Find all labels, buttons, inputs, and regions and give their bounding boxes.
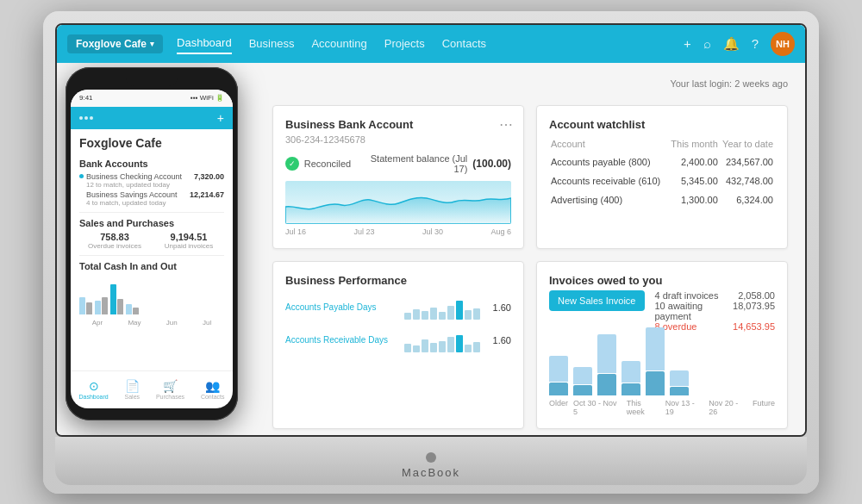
invoice-chart [549,344,775,395]
phone-nav-dashboard[interactable]: ⊙ Dashboard [78,379,108,400]
phone-screen: 9:41 ▪▪▪ WiFi 🔋 + [71,90,233,408]
phone-chart-labels: Apr May Jun Jul [79,319,224,327]
phone-account-name-1: Business Savings Account 4 to match, upd… [79,190,178,207]
phone-time: 9:41 [79,94,93,102]
chart-bar-oct [573,367,592,395]
watchlist-title: Account watchlist [549,118,775,131]
chart-bar-future [670,370,689,395]
phone-bar-group-may [95,297,108,314]
phone-sales-title: Sales and Purchases [79,218,224,228]
phone-signal: ▪▪▪ WiFi 🔋 [191,94,224,102]
watchlist-row: Advertising (400)1,300.006,324.00 [551,191,773,208]
main-content: Foxglove Cafe Your last login: 2 weeks a… [57,63,805,435]
phone-nav: + [71,107,233,129]
reconciled-icon: ✓ [285,157,299,171]
contacts-icon: 👥 [205,379,220,393]
invoice-stat-row-1: 10 awaiting payment 18,073.95 [655,301,776,321]
perf-bar [413,309,420,320]
phone-org-name: Foxglove Cafe [79,136,224,150]
perf-row-0: Accounts Payable Days [285,296,511,320]
phone-bar [126,304,132,314]
phone-sales-grid: 758.83 Overdue invoices 9,194.51 Unpaid … [79,232,224,250]
last-login: Your last login: 2 weeks ago [670,78,788,89]
phone-nav-purchases[interactable]: 🛒 Purchases [156,379,184,400]
perf-bar-highlight [456,301,463,320]
perf-bar [473,308,480,320]
phone-bar [86,302,92,314]
phone-divider-2 [79,255,224,256]
bell-icon[interactable]: 🔔 [723,36,740,52]
perf-bar-highlight [456,335,463,352]
chevron-down-icon: ▾ [150,40,154,48]
phone-nav-contacts[interactable]: 👥 Contacts [201,379,225,400]
phone-nav-dots [79,116,93,120]
phone-bar-group-apr [79,297,92,314]
invoices-card: Invoices owed to you New Sales Invoice 4… [536,261,788,429]
perf-bars-1 [404,328,480,352]
perf-label-1: Accounts Receivable Days [285,335,397,345]
watchlist-col-month: This month [668,136,717,152]
perf-bar [422,311,428,320]
phone-shell: 9:41 ▪▪▪ WiFi 🔋 + [66,67,238,420]
nav-accounting[interactable]: Accounting [311,34,366,53]
phone-bar [133,308,139,314]
bank-card-menu-icon[interactable]: ⋯ [499,116,513,133]
perf-bar [439,341,446,352]
phone-nav-dot [79,116,83,120]
phone-account-name-0: Business Checking Account 12 to match, u… [79,172,182,189]
phone-bottom-nav: ⊙ Dashboard 📄 Sales 🛒 Purchases [71,370,233,408]
perf-value-0: 1.60 [487,302,511,313]
nav-dashboard[interactable]: Dashboard [177,33,232,54]
perf-bar [465,310,472,320]
phone-notch [126,76,178,86]
phone-bar-group-jun [110,284,123,314]
phone-nav-purchases-label: Purchases [156,394,184,400]
org-switcher[interactable]: Foxglove Cafe ▾ [67,34,163,53]
perf-row-1: Accounts Receivable Days [285,328,511,352]
dashboard-icon: ⊙ [89,379,99,393]
invoice-stat-row-2: 8 overdue 14,653.95 [655,321,776,332]
nav-projects[interactable]: Projects [384,34,425,53]
phone-sales-amount-1: 9,194.51 [153,232,224,242]
phone-bar [102,297,108,314]
nav-links: Dashboard Business Accounting Projects C… [177,33,684,54]
xero-app: Foxglove Cafe ▾ Dashboard Business Accou… [57,25,805,435]
phone-bar-group-jul [126,304,139,314]
search-icon[interactable]: ⌕ [703,36,711,51]
mobile-phone-overlay: 9:41 ▪▪▪ WiFi 🔋 + [66,67,238,420]
phone-nav-dot [84,116,88,120]
macbook-camera [426,452,436,463]
chart-dates: Jul 16 Jul 23 Jul 30 Aug 6 [285,227,511,236]
phone-nav-sales[interactable]: 📄 Sales [125,379,141,400]
bank-card-number: 306-234-12345678 [285,134,511,145]
macbook-base: MacBook [55,437,807,485]
nav-right-actions: + ⌕ 🔔 ? NH [684,32,795,56]
help-icon[interactable]: ? [752,36,759,51]
invoice-actions: New Sales Invoice 4 draft invoices 2,058… [549,290,775,332]
user-avatar[interactable]: NH [771,32,795,56]
perf-bar [439,312,446,320]
dashboard-grid: ⋯ Business Bank Account 306-234-12345678… [272,105,788,435]
nav-contacts[interactable]: Contacts [442,34,486,53]
new-invoice-button[interactable]: New Sales Invoice [549,290,645,311]
phone-sales-label-1: Unpaid invoices [153,242,224,250]
watchlist-table: Account This month Year to date Accounts… [549,134,775,210]
nav-business[interactable]: Business [249,34,295,53]
bank-account-card: ⋯ Business Bank Account 306-234-12345678… [272,105,524,249]
perf-bar [413,345,420,352]
phone-sales-item-1: 9,194.51 Unpaid invoices [153,232,224,250]
perf-value-1: 1.60 [487,335,511,345]
balance-amount: (100.00) [472,158,511,170]
perf-bar [473,342,480,352]
chart-bar-nov20 [646,327,665,395]
invoice-stats: 4 draft invoices 2,058.00 10 awaiting pa… [655,290,776,332]
inv-bar-light [549,356,568,382]
purchases-icon: 🛒 [163,379,178,393]
phone-account-row-1: Business Savings Account 4 to match, upd… [79,190,224,207]
phone-divider [79,212,224,213]
chart-bar-nov13 [622,361,640,395]
phone-account-row-0: Business Checking Account 12 to match, u… [79,172,224,189]
statement-label: Statement balance (Jul 17) [356,153,467,174]
add-icon[interactable]: + [684,36,691,51]
phone-add-icon[interactable]: + [217,111,224,125]
